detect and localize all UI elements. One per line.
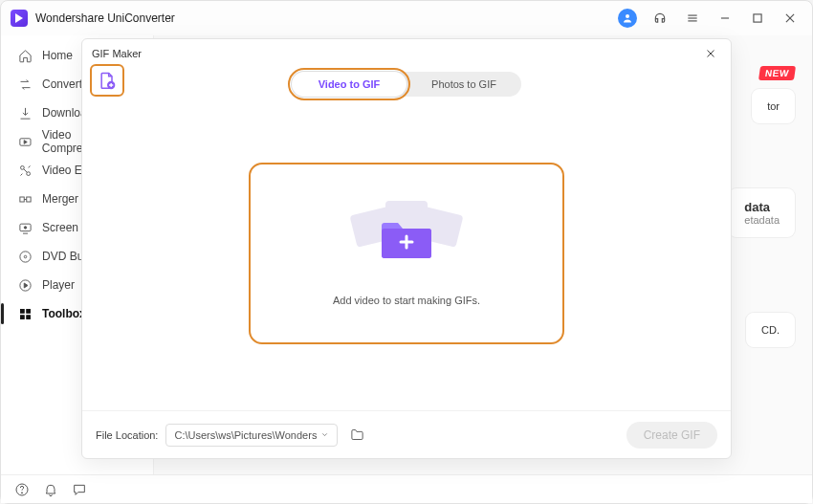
svg-rect-21 xyxy=(27,309,31,313)
modal-title: GIF Maker xyxy=(92,48,142,59)
background-card: CD. xyxy=(746,313,795,347)
background-card: data etadata xyxy=(729,188,795,237)
open-folder-button[interactable] xyxy=(345,424,368,447)
svg-point-0 xyxy=(626,14,629,18)
svg-point-17 xyxy=(20,251,31,261)
folder-plus-icon xyxy=(380,218,433,260)
help-icon[interactable] xyxy=(14,482,30,497)
svg-rect-5 xyxy=(754,14,761,22)
add-file-button[interactable] xyxy=(90,64,124,97)
new-badge: NEW xyxy=(758,66,796,80)
svg-point-15 xyxy=(24,226,27,229)
bell-icon[interactable] xyxy=(43,482,58,497)
svg-rect-22 xyxy=(21,315,25,318)
svg-point-18 xyxy=(24,255,27,258)
svg-rect-12 xyxy=(27,197,31,202)
svg-point-25 xyxy=(21,492,22,493)
window-close-button[interactable] xyxy=(778,6,802,31)
modal-close-button[interactable] xyxy=(700,43,721,64)
svg-rect-11 xyxy=(20,197,24,202)
modal-footer: File Location: C:\Users\ws\Pictures\Wond… xyxy=(82,410,731,458)
tab-video-to-gif[interactable]: Video to GIF xyxy=(292,72,406,97)
sidebar-item-label: Merger xyxy=(42,192,78,206)
modal-header: GIF Maker xyxy=(82,39,731,68)
menu-icon[interactable] xyxy=(680,6,705,31)
chevron-down-icon xyxy=(320,430,329,439)
feedback-icon[interactable] xyxy=(72,482,87,497)
background-card: tor xyxy=(752,89,795,123)
mode-tabs: Video to GIF Photos to GIF xyxy=(82,72,731,97)
add-file-icon xyxy=(98,71,117,90)
account-avatar[interactable] xyxy=(615,6,640,31)
svg-rect-23 xyxy=(27,315,31,318)
app-logo-icon xyxy=(11,10,28,27)
titlebar: Wondershare UniConverter xyxy=(1,1,812,35)
gif-maker-modal: GIF Maker Video to GIF Photos to GIF xyxy=(81,38,732,459)
tab-photos-to-gif[interactable]: Photos to GIF xyxy=(406,72,521,97)
create-gif-button[interactable]: Create GIF xyxy=(626,422,717,449)
dropzone-illustration xyxy=(349,201,464,277)
sidebar-item-label: Home xyxy=(42,49,73,62)
sidebar-item-label: Player xyxy=(42,278,75,292)
maximize-button[interactable] xyxy=(745,6,770,31)
file-location-value: C:\Users\ws\Pictures\Wonders xyxy=(174,429,317,441)
svg-rect-20 xyxy=(21,309,25,313)
statusbar xyxy=(1,474,812,503)
folder-icon xyxy=(350,427,364,442)
add-video-dropzone[interactable]: Add video to start making GIFs. xyxy=(249,163,564,344)
support-icon[interactable] xyxy=(648,6,672,31)
app-title: Wondershare UniConverter xyxy=(35,11,175,25)
minimize-button[interactable] xyxy=(713,6,737,31)
file-location-label: File Location: xyxy=(96,429,158,441)
sidebar-item-label: Toolbox xyxy=(42,307,86,320)
file-location-select[interactable]: C:\Users\ws\Pictures\Wonders xyxy=(165,424,338,447)
dropzone-text: Add video to start making GIFs. xyxy=(333,295,480,306)
